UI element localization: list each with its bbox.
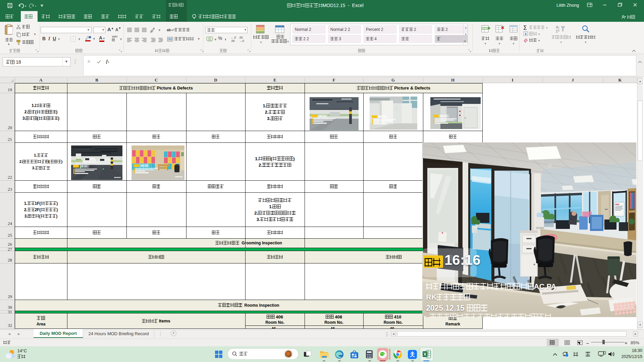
svg-text:16:20: 16:20	[140, 164, 148, 167]
svg-text:▼: ▼	[214, 38, 217, 41]
svg-text:16:22: 16:22	[440, 114, 447, 118]
svg-text:ab: ab	[150, 28, 154, 33]
svg-text:▼: ▼	[78, 38, 81, 41]
svg-text:▼: ▼	[158, 28, 161, 32]
svg-text:16:18: 16:18	[378, 115, 386, 118]
svg-text:Z: Z	[556, 29, 558, 33]
svg-text:16:22: 16:22	[318, 114, 326, 118]
svg-text:▼: ▼	[93, 37, 96, 41]
svg-text:A: A	[556, 25, 558, 29]
svg-text:16:21: 16:21	[80, 165, 88, 168]
